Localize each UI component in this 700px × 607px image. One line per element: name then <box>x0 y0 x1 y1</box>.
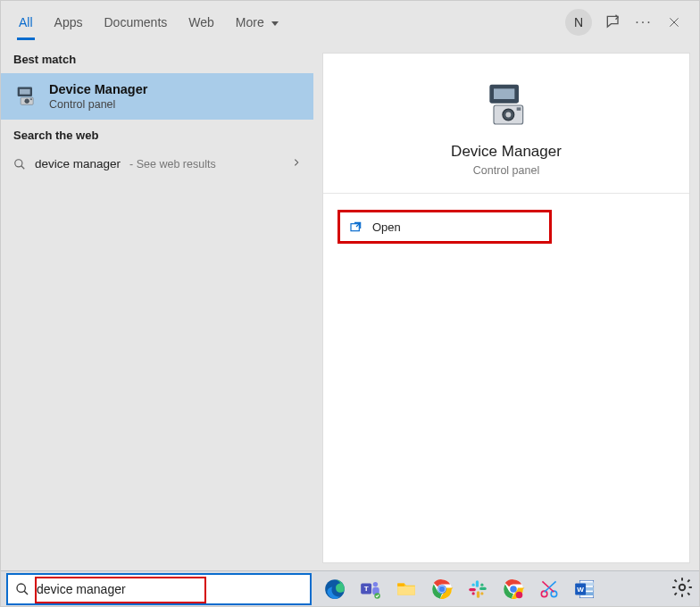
taskbar-apps: T W <box>321 575 599 603</box>
tab-all[interactable]: All <box>8 1 44 44</box>
chevron-right-icon <box>292 156 301 171</box>
svg-rect-34 <box>469 587 476 590</box>
svg-line-8 <box>21 165 25 169</box>
taskbar-app-edge[interactable] <box>321 575 349 603</box>
best-match-label: Best match <box>1 44 313 73</box>
results-left-pane: Best match Device Manager Control panel … <box>1 44 313 572</box>
svg-text:W: W <box>577 585 584 593</box>
taskbar: T W <box>1 570 699 606</box>
taskbar-app-file-explorer[interactable] <box>392 575 421 603</box>
svg-point-38 <box>472 592 475 595</box>
svg-point-5 <box>25 99 29 104</box>
svg-line-18 <box>24 591 28 595</box>
chevron-down-icon <box>271 21 279 26</box>
tab-more[interactable]: More <box>225 1 289 44</box>
device-manager-icon-large <box>481 80 531 134</box>
open-icon <box>349 220 363 234</box>
tab-documents[interactable]: Documents <box>93 1 178 44</box>
web-search-result[interactable]: device manager - See web results <box>1 149 313 179</box>
preview-subtitle: Control panel <box>473 164 539 177</box>
results-right-pane: Device Manager Control panel Open <box>313 44 699 572</box>
user-avatar[interactable]: N <box>565 9 592 36</box>
svg-rect-31 <box>476 580 479 587</box>
preview-title: Device Manager <box>451 143 562 161</box>
device-manager-icon <box>13 84 38 109</box>
search-input[interactable] <box>37 582 303 596</box>
taskbar-app-chrome-alt[interactable] <box>499 575 528 603</box>
best-match-title: Device Manager <box>49 82 147 96</box>
best-match-subtitle: Control panel <box>49 98 147 111</box>
window-tools: N ··· <box>565 9 692 36</box>
svg-rect-32 <box>479 586 487 589</box>
svg-rect-33 <box>477 591 479 598</box>
svg-point-35 <box>472 583 475 586</box>
search-web-label: Search the web <box>1 120 313 149</box>
best-match-result[interactable]: Device Manager Control panel <box>1 73 313 120</box>
search-results-body: Best match Device Manager Control panel … <box>1 44 699 572</box>
taskbar-app-teams[interactable]: T <box>356 575 385 603</box>
best-match-text: Device Manager Control panel <box>49 82 147 111</box>
more-options-icon[interactable]: ··· <box>635 13 653 31</box>
svg-point-17 <box>17 584 25 592</box>
svg-point-37 <box>480 592 483 595</box>
taskbar-app-word[interactable]: W <box>571 575 599 603</box>
search-icon <box>13 158 26 170</box>
svg-point-41 <box>516 591 523 598</box>
tab-apps[interactable]: Apps <box>44 1 94 44</box>
svg-rect-10 <box>494 88 514 99</box>
svg-text:T: T <box>364 585 369 593</box>
tab-more-label: More <box>236 15 264 29</box>
close-button[interactable] <box>665 13 683 31</box>
svg-point-7 <box>15 159 22 166</box>
taskbar-search-box[interactable] <box>6 573 312 605</box>
svg-rect-26 <box>397 583 404 586</box>
feedback-icon[interactable] <box>604 13 622 31</box>
svg-point-22 <box>373 581 378 586</box>
web-result-query: device manager <box>35 157 121 170</box>
taskbar-app-snip[interactable] <box>535 575 563 603</box>
svg-point-52 <box>679 584 686 590</box>
taskbar-app-slack[interactable] <box>463 575 492 603</box>
search-filter-tabs: All Apps Documents Web More N ··· <box>1 1 699 44</box>
preview-card: Device Manager Control panel Open <box>322 53 690 563</box>
taskbar-app-chrome[interactable] <box>428 575 456 603</box>
svg-rect-25 <box>397 586 415 595</box>
open-label: Open <box>372 220 401 234</box>
svg-rect-3 <box>20 89 30 95</box>
search-icon <box>15 582 29 596</box>
svg-point-36 <box>480 583 483 586</box>
tab-web[interactable]: Web <box>178 1 225 44</box>
open-action[interactable]: Open <box>338 210 552 244</box>
svg-point-13 <box>505 112 511 118</box>
preview-header: Device Manager Control panel <box>323 54 689 194</box>
svg-rect-6 <box>30 98 32 100</box>
web-result-hint: - See web results <box>129 158 216 170</box>
settings-icon[interactable] <box>671 576 694 603</box>
svg-rect-14 <box>517 107 521 110</box>
svg-point-30 <box>439 586 446 592</box>
svg-line-16 <box>356 222 361 227</box>
svg-point-40 <box>510 586 517 593</box>
